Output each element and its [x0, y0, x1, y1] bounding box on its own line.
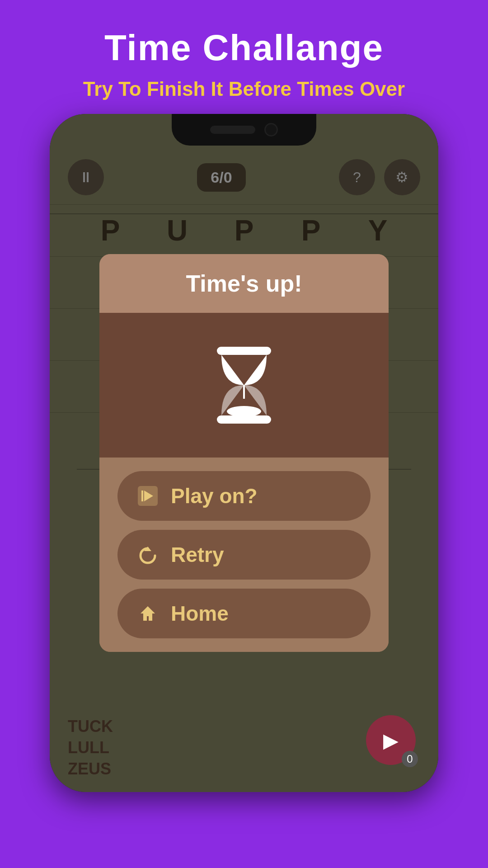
- phone-frame: ⏸ 6/0 ? ⚙ P U: [50, 114, 438, 792]
- page-wrapper: Time Challange Try To Finish It Before T…: [0, 0, 488, 792]
- play-on-icon: [136, 484, 160, 508]
- svg-point-2: [227, 406, 261, 417]
- hourglass-icon: [208, 340, 280, 430]
- retry-label: Retry: [171, 542, 224, 567]
- svg-marker-8: [141, 606, 155, 621]
- video-fab-icon: ▶: [383, 729, 399, 752]
- modal-body: [99, 313, 389, 458]
- svg-rect-0: [217, 347, 271, 355]
- home-label: Home: [171, 601, 229, 626]
- phone-inner: ⏸ 6/0 ? ⚙ P U: [50, 114, 438, 792]
- play-on-button[interactable]: Play on?: [117, 471, 371, 521]
- retry-button[interactable]: Retry: [117, 530, 371, 580]
- page-header: Time Challange Try To Finish It Before T…: [0, 0, 488, 114]
- home-icon: [136, 601, 160, 626]
- home-button[interactable]: Home: [117, 589, 371, 638]
- page-subtitle: Try To Finish It Before Times Over: [0, 78, 488, 100]
- page-title: Time Challange: [0, 27, 488, 69]
- play-on-label: Play on?: [171, 484, 258, 508]
- modal-overlay: Time's up!: [50, 114, 438, 792]
- modal-header: Time's up!: [99, 254, 389, 313]
- times-up-modal: Time's up!: [99, 254, 389, 652]
- video-fab-button[interactable]: ▶ 0: [366, 715, 416, 765]
- modal-title: Time's up!: [115, 270, 373, 297]
- modal-buttons: Play on? Retry: [99, 458, 389, 652]
- retry-icon: [136, 542, 160, 567]
- video-fab-badge: 0: [402, 751, 418, 767]
